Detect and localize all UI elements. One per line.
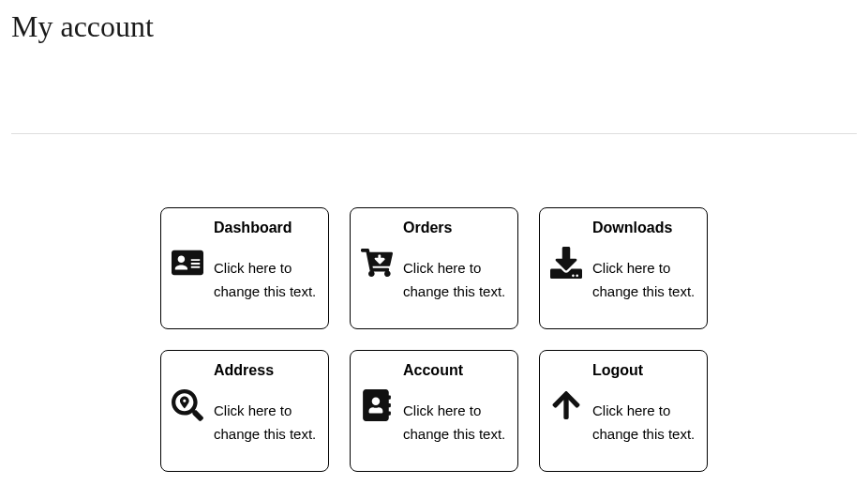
card-logout[interactable]: Logout Click here to change this text. — [539, 350, 708, 472]
cart-download-icon — [360, 246, 394, 280]
card-body: Downloads Click here to change this text… — [549, 220, 697, 317]
divider — [11, 133, 857, 134]
card-dashboard[interactable]: Dashboard Click here to change this text… — [160, 207, 329, 329]
card-text: Address Click here to change this text. — [214, 362, 319, 447]
card-body: Logout Click here to change this text. — [549, 362, 697, 460]
download-icon — [549, 246, 583, 280]
card-text: Orders Click here to change this text. — [403, 220, 508, 304]
card-desc: Click here to change this text. — [214, 400, 319, 447]
card-body: Dashboard Click here to change this text… — [171, 220, 319, 317]
card-text: Dashboard Click here to change this text… — [214, 220, 319, 304]
card-body: Orders Click here to change this text. — [360, 220, 508, 317]
card-title: Downloads — [592, 220, 697, 236]
card-text: Account Click here to change this text. — [403, 362, 508, 447]
card-downloads[interactable]: Downloads Click here to change this text… — [539, 207, 708, 329]
card-orders[interactable]: Orders Click here to change this text. — [350, 207, 518, 329]
card-title: Dashboard — [214, 220, 319, 236]
page-title: My account — [11, 9, 857, 44]
card-title: Account — [403, 362, 508, 379]
card-desc: Click here to change this text. — [214, 257, 319, 304]
arrow-up-icon — [549, 388, 583, 422]
account-cards-grid: Dashboard Click here to change this text… — [0, 207, 868, 472]
card-body: Address Click here to change this text. — [171, 362, 319, 460]
address-book-icon — [360, 388, 394, 422]
card-desc: Click here to change this text. — [592, 257, 697, 304]
card-text: Logout Click here to change this text. — [592, 362, 697, 447]
card-desc: Click here to change this text. — [403, 257, 508, 304]
card-body: Account Click here to change this text. — [360, 362, 508, 460]
id-card-icon — [171, 246, 204, 280]
card-address[interactable]: Address Click here to change this text. — [160, 350, 329, 472]
card-desc: Click here to change this text. — [592, 400, 697, 447]
search-location-icon — [171, 388, 204, 422]
card-account[interactable]: Account Click here to change this text. — [350, 350, 518, 472]
page-header: My account — [0, 0, 868, 44]
card-text: Downloads Click here to change this text… — [592, 220, 697, 304]
card-title: Logout — [592, 362, 697, 379]
card-desc: Click here to change this text. — [403, 400, 508, 447]
card-title: Address — [214, 362, 319, 379]
card-title: Orders — [403, 220, 508, 236]
